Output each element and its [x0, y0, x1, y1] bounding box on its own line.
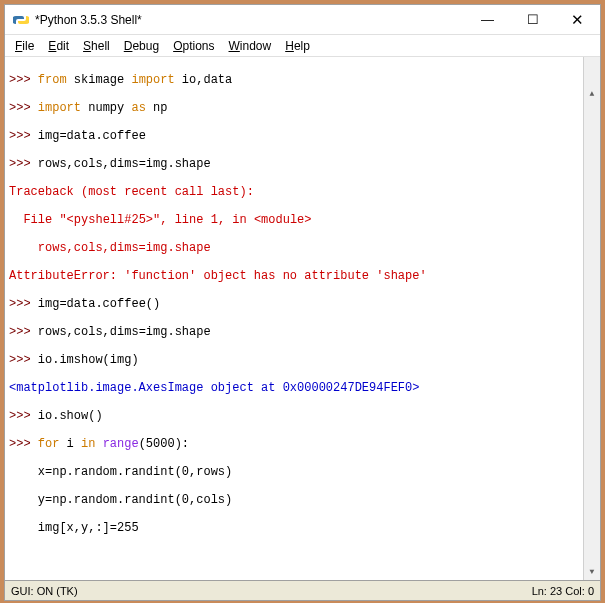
- app-window: *Python 3.5.3 Shell* — ☐ ✕ File Edit She…: [4, 4, 601, 601]
- status-gui: GUI: ON (TK): [11, 585, 78, 597]
- prompt: >>>: [9, 353, 38, 367]
- scroll-down-icon[interactable]: ▼: [584, 563, 600, 580]
- status-position: Ln: 23 Col: 0: [532, 585, 594, 597]
- error-message: AttributeError: 'function' object has no…: [9, 269, 427, 283]
- scroll-track[interactable]: [584, 74, 600, 563]
- minimize-button[interactable]: —: [465, 5, 510, 35]
- prompt: >>>: [9, 409, 38, 423]
- traceback-header: Traceback (most recent call last):: [9, 185, 254, 199]
- menu-edit[interactable]: Edit: [48, 39, 69, 53]
- menu-options[interactable]: Options: [173, 39, 214, 53]
- shell-editor[interactable]: >>> from skimage import io,data >>> impo…: [5, 57, 600, 580]
- window-controls: — ☐ ✕: [465, 5, 600, 35]
- prompt: >>>: [9, 129, 38, 143]
- prompt: >>>: [9, 73, 38, 87]
- prompt: >>>: [9, 297, 38, 311]
- prompt: >>>: [9, 437, 38, 451]
- window-title: *Python 3.5.3 Shell*: [35, 13, 465, 27]
- output-repr: <matplotlib.image.AxesImage object at 0x…: [9, 381, 419, 395]
- menubar: File Edit Shell Debug Options Window Hel…: [5, 35, 600, 57]
- prompt: >>>: [9, 101, 38, 115]
- vertical-scrollbar[interactable]: ▲ ▼: [583, 57, 600, 580]
- menu-help[interactable]: Help: [285, 39, 310, 53]
- prompt: >>>: [9, 325, 38, 339]
- python-idle-icon: [13, 12, 29, 28]
- menu-file[interactable]: File: [15, 39, 34, 53]
- menu-debug[interactable]: Debug: [124, 39, 159, 53]
- close-button[interactable]: ✕: [555, 5, 600, 35]
- maximize-button[interactable]: ☐: [510, 5, 555, 35]
- menu-shell[interactable]: Shell: [83, 39, 110, 53]
- statusbar: GUI: ON (TK) Ln: 23 Col: 0: [5, 580, 600, 600]
- titlebar[interactable]: *Python 3.5.3 Shell* — ☐ ✕: [5, 5, 600, 35]
- prompt: >>>: [9, 157, 38, 171]
- menu-window[interactable]: Window: [229, 39, 272, 53]
